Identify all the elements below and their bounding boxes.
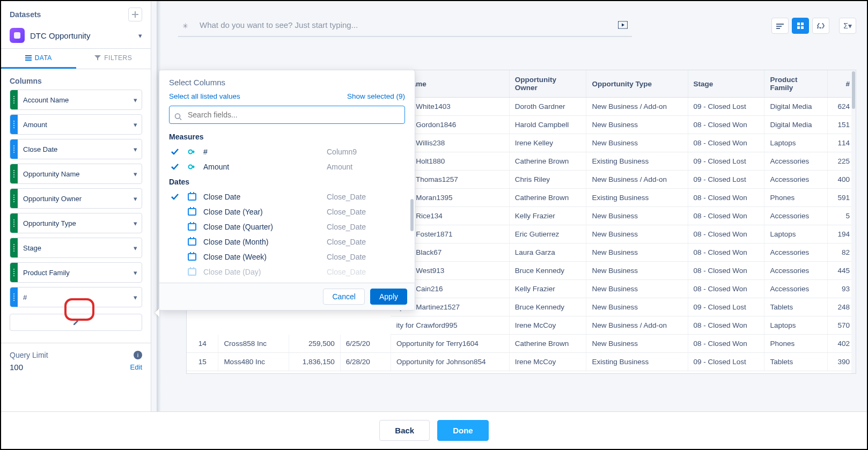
- column-option[interactable]: Close Date (Year) Close_Date: [165, 204, 409, 219]
- sidebar: Datasets DTC Opportunity ▾ DATA FILTERS …: [1, 1, 151, 423]
- table-cell: Moss480 Inc: [218, 353, 289, 371]
- column-pill[interactable]: # ▾: [10, 287, 142, 307]
- column-pill[interactable]: Account Name ▾: [10, 90, 142, 110]
- column-header[interactable]: Stage: [688, 70, 764, 98]
- dataset-selector[interactable]: DTC Opportunity ▾: [1, 25, 151, 48]
- drag-handle-icon[interactable]: [10, 238, 18, 257]
- table-cell: 09 - Closed Lost: [688, 152, 764, 171]
- date-icon: [186, 208, 198, 216]
- chevron-down-icon[interactable]: ▾: [134, 96, 137, 104]
- column-option[interactable]: Close Date (Quarter) Close_Date: [165, 219, 409, 234]
- filter-icon: [94, 55, 101, 61]
- column-pill[interactable]: Opportunity Name ▾: [10, 164, 142, 184]
- select-all-link[interactable]: Select all listed values: [169, 92, 240, 100]
- column-pill[interactable]: Product Family ▾: [10, 262, 142, 283]
- table-cell: Phones: [764, 189, 828, 207]
- view-query-button[interactable]: [812, 18, 829, 34]
- column-option-api: Close_Date: [327, 268, 405, 276]
- run-query-button[interactable]: [618, 21, 628, 30]
- table-cell: New Business / Add-on: [586, 316, 688, 335]
- table-row[interactable]: 15Moss480 Inc1,836,1506/28/20Opportunity…: [187, 353, 856, 371]
- svg-point-2: [175, 114, 180, 119]
- table-cell: Catherine Brown: [509, 189, 586, 207]
- column-pill[interactable]: Close Date ▾: [10, 139, 142, 159]
- column-option[interactable]: # Column9: [165, 144, 409, 159]
- table-cell: Opportunity for Terry1604: [391, 335, 509, 353]
- column-option-api: Column9: [327, 147, 405, 156]
- table-row[interactable]: 14Cross858 Inc259,5006/25/20Opportunity …: [187, 335, 856, 353]
- column-option-label: Close Date (Month): [203, 238, 321, 246]
- popover-scrollbar[interactable]: [410, 199, 414, 231]
- chevron-down-icon[interactable]: ▾: [134, 269, 137, 277]
- column-option[interactable]: Close Date (Month) Close_Date: [165, 234, 409, 249]
- natural-language-query-input[interactable]: [178, 14, 632, 37]
- column-pill[interactable]: Opportunity Owner ▾: [10, 188, 142, 209]
- table-cell: New Business / Add-on: [586, 171, 688, 189]
- cancel-button[interactable]: Cancel: [323, 289, 365, 305]
- view-chart-button[interactable]: [771, 18, 789, 34]
- chevron-down-icon[interactable]: ▾: [134, 219, 137, 227]
- drag-handle-icon[interactable]: [10, 287, 18, 307]
- tab-data[interactable]: DATA: [1, 49, 76, 69]
- column-option-label: Close Date (Day): [203, 268, 321, 276]
- table-cell: New Business: [586, 134, 688, 152]
- drag-handle-icon[interactable]: [10, 90, 18, 109]
- table-row[interactable]: ity for Crawford995Irene McCoyNew Busine…: [187, 316, 856, 335]
- apply-button[interactable]: Apply: [370, 289, 407, 305]
- column-pill-label: #: [23, 293, 134, 301]
- table-scrollbar[interactable]: [851, 70, 856, 373]
- table-cell: 09 - Closed Lost: [688, 298, 764, 316]
- chevron-down-icon[interactable]: ▾: [134, 293, 137, 301]
- chevron-down-icon[interactable]: ▾: [134, 121, 137, 129]
- column-pill[interactable]: Opportunity Type ▾: [10, 213, 142, 233]
- info-icon[interactable]: i: [134, 351, 142, 359]
- column-header[interactable]: Product Family: [764, 70, 828, 98]
- chevron-down-icon[interactable]: ▾: [134, 244, 137, 252]
- drag-handle-icon[interactable]: [10, 263, 18, 282]
- drag-handle-icon[interactable]: [10, 189, 18, 208]
- search-icon: [174, 113, 182, 122]
- back-button[interactable]: Back: [379, 420, 430, 441]
- table-cell: Digital Media: [764, 98, 828, 116]
- drag-handle-icon[interactable]: [10, 213, 18, 233]
- done-button[interactable]: Done: [437, 420, 489, 441]
- column-pill[interactable]: Amount ▾: [10, 114, 142, 135]
- table-cell: 08 - Closed Won: [688, 244, 764, 262]
- column-option[interactable]: Close Date Close_Date: [165, 189, 409, 204]
- view-table-button[interactable]: [792, 18, 809, 34]
- chevron-down-icon[interactable]: ▾: [134, 145, 137, 153]
- edit-columns-button[interactable]: [10, 314, 142, 331]
- table-cell: Digital Media: [764, 116, 828, 134]
- table-cell: New Business: [586, 262, 688, 280]
- query-limit-edit-link[interactable]: Edit: [130, 363, 142, 371]
- table-cell: 09 - Closed Lost: [688, 171, 764, 189]
- tab-filters[interactable]: FILTERS: [76, 49, 151, 69]
- plus-icon: [132, 11, 138, 18]
- show-selected-link[interactable]: Show selected (9): [347, 92, 405, 100]
- column-header[interactable]: Opportunity Type: [586, 70, 688, 98]
- svg-point-3: [189, 150, 193, 154]
- column-pill[interactable]: Stage ▾: [10, 238, 142, 258]
- drag-handle-icon[interactable]: [10, 139, 18, 159]
- query-limit-value: 100: [10, 363, 23, 372]
- column-option[interactable]: Close Date (Day) Close_Date: [165, 264, 409, 279]
- add-dataset-button[interactable]: [128, 8, 142, 21]
- column-pill-label: Stage: [23, 244, 134, 252]
- aggregate-button[interactable]: Σ▾: [839, 18, 856, 34]
- column-option-label: Close Date (Week): [203, 253, 321, 261]
- drag-handle-icon[interactable]: [10, 115, 18, 134]
- drag-handle-icon[interactable]: [10, 164, 18, 183]
- chevron-down-icon[interactable]: ▾: [134, 170, 137, 178]
- column-option[interactable]: Amount Amount: [165, 159, 409, 174]
- column-header[interactable]: Opportunity Owner: [509, 70, 586, 98]
- column-search-input[interactable]: [169, 106, 405, 124]
- column-option-api: Close_Date: [327, 253, 405, 261]
- table-cell: 08 - Closed Won: [688, 262, 764, 280]
- table-cell: Irene Kelley: [509, 134, 586, 152]
- column-option[interactable]: Close Date (Week) Close_Date: [165, 249, 409, 264]
- column-option-api: Close_Date: [327, 223, 405, 231]
- table-cell: Accessories: [764, 171, 828, 189]
- table-cell: 08 - Closed Won: [688, 335, 764, 353]
- table-cell: 1,836,150: [289, 353, 340, 371]
- chevron-down-icon[interactable]: ▾: [134, 195, 137, 203]
